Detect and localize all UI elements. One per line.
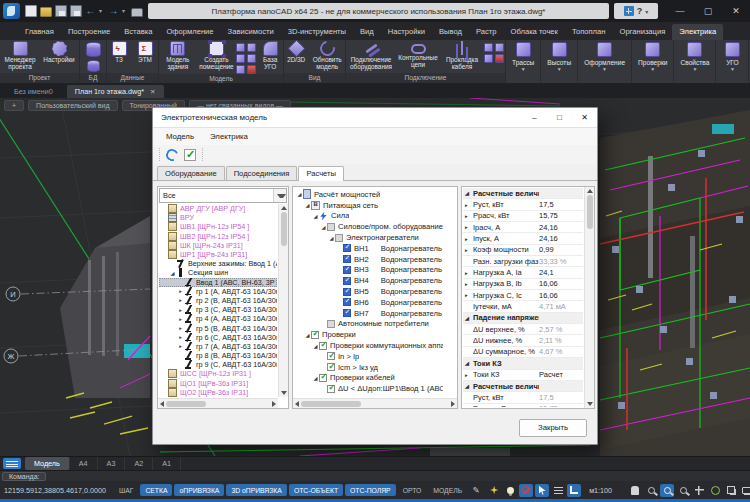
scrollbar-thumb[interactable] xyxy=(166,401,206,407)
tree-expander-icon[interactable]: ◢ xyxy=(312,343,319,349)
row-expander-icon[interactable]: ▸ xyxy=(465,372,473,378)
tree-expander-icon[interactable]: ▸ xyxy=(177,297,184,303)
dialog-maximize-button[interactable]: □ xyxy=(547,108,572,128)
zoom-window-icon[interactable] xyxy=(660,484,674,497)
annotation-scale[interactable]: м1:100 xyxy=(589,486,612,495)
results-vscrollbar[interactable] xyxy=(584,187,594,408)
tree-expander-icon[interactable]: ▸ xyxy=(177,325,184,331)
ribbon-tab[interactable]: Растр xyxy=(469,24,504,40)
row-expander-icon[interactable]: ◢ xyxy=(465,190,473,196)
refresh-model-button[interactable]: Обновить модель xyxy=(309,41,345,71)
close-button[interactable]: ✕ xyxy=(722,0,750,22)
calc-item-icon[interactable] xyxy=(343,244,351,252)
calc-tree-item[interactable]: ВН7 Водонагреватель xyxy=(294,308,455,319)
control-circuits-button[interactable]: Контрольные цепи xyxy=(396,41,440,69)
ribbon-tab[interactable]: Оформление xyxy=(159,24,220,40)
undo-icon[interactable]: ← xyxy=(85,5,96,17)
property-row[interactable]: ▸ Нагрузка B, Ib 16,06 xyxy=(463,279,583,290)
tree-expander-icon[interactable]: ◢ xyxy=(304,332,311,338)
device-tree-item[interactable]: ▸ гр 2 (В, АВДТ-63 16А/30мА) xyxy=(159,296,277,305)
calc-tree-item[interactable]: ◢ Сила xyxy=(294,211,455,222)
ribbon-tab[interactable]: Главная xyxy=(18,24,61,40)
undo-caret-icon[interactable]: ▾ xyxy=(99,5,105,17)
row-expander-icon[interactable]: ◢ xyxy=(465,360,473,366)
ribbon-dropdown-button[interactable]: Трассы ▼ xyxy=(506,40,540,72)
calc-tree-item[interactable]: ◢ Проверки xyxy=(294,329,455,340)
tree-expander-icon[interactable]: ◢ xyxy=(320,224,327,230)
row-expander-icon[interactable]: ◢ xyxy=(465,315,473,321)
property-row[interactable]: Руст, кВт 17,5 xyxy=(463,392,583,403)
clean-screen-icon[interactable] xyxy=(740,484,750,497)
layout-menu-icon[interactable] xyxy=(3,458,21,469)
calc-item-icon[interactable] xyxy=(343,266,351,274)
calc-item-icon[interactable] xyxy=(327,363,335,371)
help-caret-icon[interactable]: ▾ xyxy=(645,8,648,15)
layouts-icon[interactable] xyxy=(724,484,738,497)
scroll-up-icon[interactable] xyxy=(587,189,593,193)
row-expander-icon[interactable]: ▸ xyxy=(465,236,473,242)
ribbon-toggle-icon[interactable] xyxy=(624,6,634,16)
calc-tree-item[interactable]: In > Ip xyxy=(294,351,455,362)
device-tree-item[interactable]: ▸ гр 6 (С, АВДТ-63 16А/30мА) xyxy=(159,333,277,342)
project-manager-button[interactable]: Менеджер проекта xyxy=(1,41,39,71)
ribbon-dropdown-button[interactable]: Высоты ▼ xyxy=(541,40,577,72)
connection-mini-icon-1[interactable] xyxy=(484,43,493,52)
calc-tree-item[interactable]: ◢ Силовое/пром. оборудование xyxy=(294,221,455,232)
property-row[interactable]: ▸ Ррасч, кВт 15,75 xyxy=(463,211,583,222)
calc-item-icon[interactable] xyxy=(343,298,351,306)
create-room-button[interactable]: Создать помещение xyxy=(198,41,236,71)
property-row[interactable]: Iутечки, мА 4,71 мА xyxy=(463,301,583,312)
calc-item-icon[interactable] xyxy=(327,223,335,231)
print-icon[interactable] xyxy=(131,8,143,17)
cable-routing-button[interactable]: Прокладка кабеля xyxy=(441,41,483,71)
annotation-monitor-icon[interactable]: ✎ xyxy=(469,484,483,497)
ribbon-tab[interactable]: 3D-инструменты xyxy=(281,24,353,40)
property-row[interactable]: ΔU верхнее, % 2,57 % xyxy=(463,324,583,335)
save-icon[interactable] xyxy=(55,5,67,17)
scroll-left-icon[interactable] xyxy=(160,401,164,407)
row-expander-icon[interactable]: ▸ xyxy=(465,270,473,276)
device-tree-vscrollbar[interactable] xyxy=(278,204,288,397)
tree-expander-icon[interactable]: ▸ xyxy=(177,288,184,294)
command-log-icon[interactable] xyxy=(551,484,565,497)
apply-check-icon[interactable] xyxy=(184,149,196,161)
connect-equipment-button[interactable]: Подключение оборудования xyxy=(347,41,395,71)
layout-tab[interactable]: A4 xyxy=(70,457,98,470)
scrollbar-thumb[interactable] xyxy=(281,212,287,246)
ribbon-tab[interactable]: Электрика xyxy=(672,24,723,40)
ribbon-tab[interactable]: Организация xyxy=(612,24,672,40)
view-control-button[interactable]: Пользовательский вид xyxy=(28,100,117,111)
device-tree-hscrollbar[interactable] xyxy=(158,398,278,408)
new-file-icon[interactable] xyxy=(25,5,37,17)
dialog-tab[interactable]: Расчеты xyxy=(298,166,344,181)
ribbon-tab[interactable]: Настройки xyxy=(381,24,432,40)
calc-tree-item[interactable]: Icm > Iкз уд xyxy=(294,362,455,373)
scrollbar-thumb[interactable] xyxy=(587,195,593,229)
device-tree-item[interactable]: ШСС [ЩРн-12з IP31 ] xyxy=(159,369,277,378)
ugo-base-button[interactable]: База УГО xyxy=(257,41,283,71)
status-toggle[interactable]: 3D оПРИВЯЗКА xyxy=(226,484,286,496)
device-tree-item[interactable]: гр 9 (С, АВДТ-63 16А/30мА) xyxy=(159,360,277,369)
settings-button[interactable]: Настройки xyxy=(40,41,78,64)
device-tree-item[interactable]: ШВ2 [ЩРн-12з IP54 ] xyxy=(159,232,277,241)
model-mini-icon-2[interactable] xyxy=(247,43,256,52)
calc-item-icon[interactable] xyxy=(319,342,327,350)
calc-item-icon[interactable] xyxy=(343,288,351,296)
ribbon-tab[interactable]: Облака точек xyxy=(504,24,565,40)
calc-item-icon[interactable] xyxy=(343,277,351,285)
property-row[interactable]: ◢ Токи КЗ xyxy=(463,358,583,369)
calc-item-icon[interactable] xyxy=(311,331,319,339)
document-tab[interactable]: План 1го этажа.dwg*✕ xyxy=(67,85,164,98)
property-row[interactable]: ◢ Расчетные величины xyxy=(463,188,583,199)
calc-tree-item[interactable]: ◢ Проверки коммутационных аппаратов xyxy=(294,340,455,351)
combo-dropdown-button[interactable] xyxy=(273,189,286,202)
snap-marker-icon[interactable] xyxy=(487,484,501,497)
tree-expander-icon[interactable]: ◢ xyxy=(312,213,319,219)
device-tree-item[interactable]: АВР ДГУ [АВР ДГУ] xyxy=(159,204,277,213)
scroll-down-icon[interactable] xyxy=(587,402,593,406)
document-tab[interactable]: Без имени0 xyxy=(6,85,67,98)
maximize-button[interactable]: ▢ xyxy=(694,0,722,22)
calc-item-icon[interactable] xyxy=(327,385,335,393)
doc-close-icon[interactable]: ✕ xyxy=(150,88,155,95)
ribbon-tab[interactable]: Зависимости xyxy=(221,24,281,40)
